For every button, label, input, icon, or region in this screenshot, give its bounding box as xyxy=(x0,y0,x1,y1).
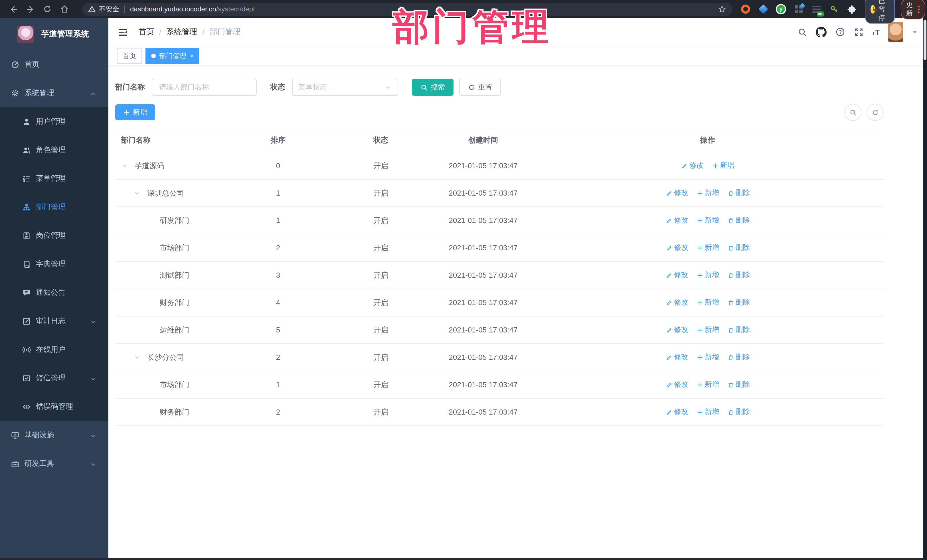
add-link[interactable]: 新增 xyxy=(696,216,719,225)
key-extension-icon[interactable] xyxy=(829,4,839,14)
caret-down-icon[interactable] xyxy=(912,29,918,35)
edit-link[interactable]: 修改 xyxy=(666,325,688,335)
add-link[interactable]: 新增 xyxy=(696,298,719,307)
refresh-table-button[interactable] xyxy=(866,104,884,121)
sms-icon xyxy=(22,373,31,382)
add-link[interactable]: 新增 xyxy=(696,243,719,253)
edit-link[interactable]: 修改 xyxy=(666,188,688,198)
add-link[interactable]: 新增 xyxy=(696,407,719,417)
add-link-label: 新增 xyxy=(705,407,719,417)
delete-link[interactable]: 删除 xyxy=(727,270,750,280)
add-link[interactable]: 新增 xyxy=(696,352,719,362)
sidebar-item-6[interactable]: 岗位管理 xyxy=(0,221,108,250)
sidebar-item-0[interactable]: 首页 xyxy=(0,50,108,79)
grid-extension-icon[interactable] xyxy=(793,4,804,14)
dept-name-input[interactable] xyxy=(152,79,257,96)
delete-link[interactable]: 删除 xyxy=(727,352,750,362)
edit-link[interactable]: 修改 xyxy=(666,216,688,225)
profile-paused-pill[interactable]: 已暂停 xyxy=(865,0,895,24)
tabs-on-extension-icon[interactable]: on xyxy=(811,4,821,14)
tab-首页[interactable]: 首页 xyxy=(117,48,142,64)
sidebar-logo-row[interactable]: 芋道管理系统 xyxy=(0,18,108,50)
user-icon xyxy=(22,117,31,126)
tree-expand-icon[interactable] xyxy=(134,190,147,196)
search-button[interactable]: 搜索 xyxy=(412,79,453,96)
reset-button[interactable]: 重置 xyxy=(459,79,501,96)
add-button[interactable]: 新增 xyxy=(115,104,155,120)
delete-link[interactable]: 删除 xyxy=(727,407,750,417)
browser-menu-icon[interactable] xyxy=(918,5,919,13)
sort-cell: 1 xyxy=(229,380,327,389)
plus-icon xyxy=(712,162,719,169)
delete-link[interactable]: 删除 xyxy=(727,325,750,335)
sidebar-menu: 首页系统管理用户管理角色管理菜单管理部门管理岗位管理字典管理通知公告审计日志在线… xyxy=(0,50,108,478)
back-icon[interactable] xyxy=(6,2,21,17)
edit-link[interactable]: 修改 xyxy=(666,243,688,253)
sidebar-item-2[interactable]: 用户管理 xyxy=(0,107,108,136)
infrastructure-icon xyxy=(11,431,20,440)
font-size-icon[interactable]: тT xyxy=(872,28,880,36)
add-link[interactable]: 新增 xyxy=(696,325,719,335)
sidebar-item-13[interactable]: 基础设施 xyxy=(0,421,108,449)
sidebar-item-5[interactable]: 部门管理 xyxy=(0,193,108,221)
edit-link[interactable]: 修改 xyxy=(666,270,688,280)
delete-link[interactable]: 删除 xyxy=(727,216,750,225)
reload-icon[interactable] xyxy=(40,2,55,17)
actions-cell: 修改新增删除 xyxy=(532,352,884,362)
fullscreen-icon[interactable] xyxy=(854,27,864,37)
delete-link[interactable]: 删除 xyxy=(727,243,750,253)
search-icon[interactable] xyxy=(798,27,807,37)
sidebar-item-14[interactable]: 研发工具 xyxy=(0,449,108,478)
plus-icon xyxy=(696,326,703,333)
breadcrumb-item[interactable]: 系统管理 xyxy=(167,27,198,37)
browser-scrollbar[interactable] xyxy=(923,18,927,560)
add-link[interactable]: 新增 xyxy=(696,270,719,280)
sidebar-item-7[interactable]: 字典管理 xyxy=(0,250,108,278)
edit-link[interactable]: 修改 xyxy=(666,380,688,390)
sidebar-item-8[interactable]: 通知公告 xyxy=(0,278,108,307)
tree-expand-icon[interactable] xyxy=(134,354,147,361)
blue-gem-extension-icon[interactable] xyxy=(758,4,768,14)
sidebar-item-11[interactable]: 短信管理 xyxy=(0,364,108,392)
status-select[interactable]: 菜单状态 xyxy=(292,79,398,96)
sidebar-item-4[interactable]: 菜单管理 xyxy=(0,164,108,193)
security-status[interactable]: 不安全 xyxy=(88,4,119,14)
close-icon[interactable]: × xyxy=(190,53,194,59)
edit-link-label: 修改 xyxy=(674,407,688,417)
green-y-extension-icon[interactable]: y xyxy=(776,4,786,14)
add-link[interactable]: 新增 xyxy=(696,380,719,390)
browser-update-button[interactable]: 更新 xyxy=(900,0,925,20)
edit-link[interactable]: 修改 xyxy=(666,352,688,362)
sidebar-item-1[interactable]: 系统管理 xyxy=(0,79,108,107)
sidebar-item-12[interactable]: 错误码管理 xyxy=(0,392,108,421)
sidebar-item-10[interactable]: 在线用户 xyxy=(0,335,108,364)
tab-部门管理[interactable]: 部门管理× xyxy=(146,48,199,64)
user-avatar[interactable] xyxy=(888,22,903,42)
forward-icon[interactable] xyxy=(23,2,38,17)
delete-link[interactable]: 删除 xyxy=(727,188,750,198)
breadcrumb-item[interactable]: 首页 xyxy=(138,27,154,37)
scrollbar-thumb[interactable] xyxy=(924,20,926,60)
edit-link-label: 修改 xyxy=(674,380,688,390)
delete-link[interactable]: 删除 xyxy=(727,380,750,390)
breadcrumb-item[interactable]: 部门管理 xyxy=(210,27,240,37)
github-icon[interactable] xyxy=(816,27,827,37)
edit-link[interactable]: 修改 xyxy=(666,407,688,417)
edit-icon xyxy=(666,217,672,224)
add-link[interactable]: 新增 xyxy=(712,161,734,170)
status-select-placeholder: 菜单状态 xyxy=(298,82,327,92)
delete-link[interactable]: 删除 xyxy=(727,298,750,307)
tree-expand-icon[interactable] xyxy=(121,162,135,169)
sidebar-item-3[interactable]: 角色管理 xyxy=(0,136,108,164)
toggle-search-button[interactable] xyxy=(844,104,862,121)
orange-ring-extension-icon[interactable] xyxy=(740,4,751,14)
sidebar-item-9[interactable]: 审计日志 xyxy=(0,307,108,335)
star-icon[interactable] xyxy=(718,5,727,14)
puzzle-extensions-icon[interactable] xyxy=(846,4,857,14)
home-icon[interactable] xyxy=(57,2,72,17)
menu-fold-icon[interactable] xyxy=(117,27,128,37)
edit-link[interactable]: 修改 xyxy=(666,298,688,307)
add-link[interactable]: 新增 xyxy=(696,188,719,198)
help-icon[interactable]: ? xyxy=(835,27,845,37)
edit-link[interactable]: 修改 xyxy=(681,161,704,170)
